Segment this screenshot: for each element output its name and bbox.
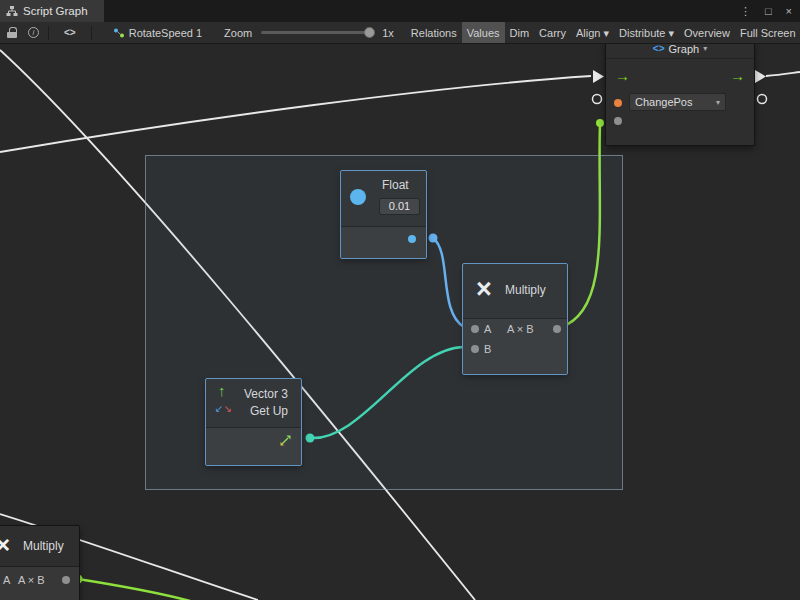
port-label-result: A × B (18, 570, 45, 590)
multiply-partial-port-strip: A A × B (0, 566, 79, 600)
port-label-a: A (3, 570, 10, 590)
flow-arrow-right-icon[interactable] (755, 70, 766, 83)
toolbar-button-relations[interactable]: Relations (406, 22, 462, 44)
variable-icon: <> (653, 44, 665, 54)
chevron-down-icon: ▾ (716, 98, 720, 107)
node-title: Multiply (23, 539, 64, 553)
set-variable-header: <> Graph ▾ (606, 44, 754, 59)
value-port-circle-right[interactable] (758, 95, 767, 104)
maximize-icon[interactable]: □ (765, 5, 772, 17)
selection-rectangle (145, 155, 623, 490)
toolbar-divider (91, 26, 92, 40)
toolbar-button-align[interactable]: Align ▾ (571, 22, 614, 44)
zoom-label: Zoom (224, 27, 252, 39)
wire-bottom-multiply-out[interactable] (78, 579, 190, 600)
window-menu-icon[interactable]: ⋮ (740, 5, 751, 18)
toolbar-button-fullscreen[interactable]: Full Screen (735, 22, 800, 44)
toolbar-button-overview[interactable]: Overview (679, 22, 735, 44)
graph-toolbar: i <> RotateSpeed 1 Zoom 1x Relations Val… (0, 22, 800, 44)
zoom-value: 1x (382, 27, 394, 39)
toolbar-divider (48, 26, 49, 40)
flow-output-arrow-icon[interactable]: → (730, 68, 745, 83)
output-port-result[interactable] (62, 576, 70, 584)
window-controls: ⋮ □ × (740, 0, 792, 22)
graph-breadcrumb[interactable]: RotateSpeed 1 (113, 27, 202, 39)
set-variable-node[interactable]: <> Graph ▾ → → ChangePos ▾ (605, 44, 755, 146)
code-view-icon[interactable]: <> (58, 27, 82, 38)
wire-white-out-right[interactable] (766, 72, 800, 76)
variable-value-port[interactable] (614, 99, 622, 107)
script-graph-tab-icon (6, 5, 18, 17)
toolbar-button-values[interactable]: Values (462, 22, 505, 44)
variable-name-value: ChangePos (635, 96, 693, 108)
toolbar-button-distribute[interactable]: Distribute ▾ (614, 22, 679, 44)
graph-asset-icon (113, 27, 125, 39)
info-icon[interactable]: i (28, 27, 39, 38)
value-port-circle-left[interactable] (593, 95, 602, 104)
lock-icon[interactable] (6, 27, 18, 39)
multiply-node-partial[interactable]: × Multiply A A × B (0, 525, 80, 600)
variable-row: ChangePos ▾ (606, 93, 754, 117)
zoom-slider-track[interactable] (261, 31, 373, 34)
zoom-slider-knob[interactable] (364, 27, 375, 38)
flow-input-arrow-icon[interactable]: → (615, 68, 630, 83)
fallback-value-port[interactable] (614, 117, 622, 125)
tab-title: Script Graph (23, 5, 88, 17)
variable-name-dropdown[interactable]: ChangePos ▾ (629, 93, 726, 111)
chevron-down-icon: ▾ (703, 44, 707, 53)
flow-arrow-left-icon[interactable] (593, 70, 604, 83)
graph-name-label: RotateSpeed 1 (129, 27, 202, 39)
script-graph-tab[interactable]: Script Graph (0, 0, 104, 22)
graph-canvas[interactable]: <> Graph ▾ → → ChangePos ▾ Float 0.01 (0, 44, 800, 600)
wire-endpoint-changepos[interactable] (596, 119, 604, 127)
close-icon[interactable]: × (786, 5, 792, 17)
toolbar-button-carry[interactable]: Carry (534, 22, 571, 44)
flow-port-row: → → (606, 59, 754, 93)
variable-scope-label[interactable]: Graph (669, 44, 700, 55)
unity-script-graph-window: Script Graph ⋮ □ × i <> RotateSpeed 1 Zo… (0, 0, 800, 600)
toolbar-button-dim[interactable]: Dim (505, 22, 535, 44)
title-bar: Script Graph ⋮ □ × (0, 0, 800, 22)
multiply-icon: × (0, 533, 10, 557)
